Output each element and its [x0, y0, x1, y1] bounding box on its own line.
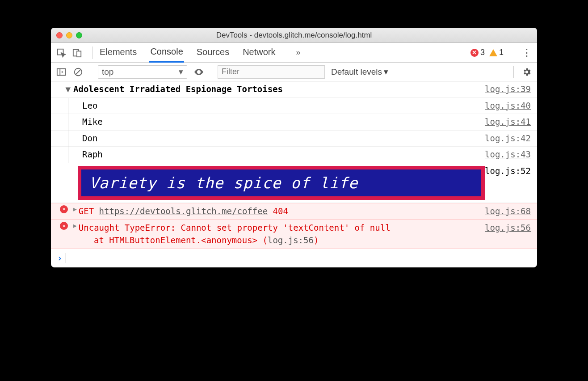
stack-suffix: ) [314, 235, 319, 245]
divider [92, 47, 92, 59]
source-link[interactable]: log.js:56 [480, 222, 531, 234]
error-icon: ✕ [60, 222, 68, 230]
http-status: 404 [273, 206, 288, 216]
warnings-count: 1 [499, 48, 504, 57]
source-link[interactable]: log.js:40 [480, 100, 531, 112]
console-log-row: Raph log.js:43 [51, 147, 537, 163]
stack-prefix: at HTMLButtonElement.<anonymous> ( [94, 235, 268, 245]
console-group-header[interactable]: ▼ Adolescent Irradiated Espionage Tortoi… [51, 81, 537, 98]
traffic-lights [51, 32, 82, 38]
chevron-down-icon: ▾ [179, 67, 183, 77]
context-selector[interactable]: top ▾ [98, 65, 187, 79]
divider [94, 66, 94, 78]
group-title: Adolescent Irradiated Espionage Tortoise… [73, 83, 480, 96]
errors-count: 3 [480, 48, 485, 57]
divider [510, 47, 510, 59]
chevron-down-icon: ▾ [384, 67, 388, 77]
devtools-tabbar: Elements Console Sources Network » ✕ 3 1… [51, 43, 537, 63]
sidebar-toggle-icon[interactable] [56, 67, 66, 77]
console-styled-row: Variety is the spice of life log.js:52 [51, 163, 537, 203]
console-log-row: Leo log.js:40 [51, 98, 537, 114]
chevron-right-icon[interactable]: ▶ [73, 205, 77, 214]
stack-link[interactable]: log.js:56 [268, 235, 314, 245]
console-prompt[interactable]: › [51, 249, 537, 267]
context-label: top [102, 67, 113, 77]
zoom-icon[interactable] [76, 32, 82, 38]
cursor [66, 253, 66, 263]
chevron-right-icon[interactable]: ▶ [73, 222, 77, 230]
console-log-row: Mike log.js:41 [51, 114, 537, 131]
console-log-row: Don log.js:42 [51, 131, 537, 147]
source-link[interactable]: log.js:43 [480, 148, 531, 161]
tab-sources[interactable]: Sources [196, 43, 230, 62]
console-error-row: ✕ ▶ GET https://devtools.glitch.me/coffe… [51, 203, 537, 220]
svg-line-6 [76, 69, 81, 74]
close-icon[interactable] [56, 32, 63, 38]
console-body: ▼ Adolescent Irradiated Espionage Tortoi… [51, 81, 537, 267]
chevron-down-icon: ▼ [66, 83, 71, 96]
console-toolbar: top ▾ Default levels ▾ [51, 63, 537, 81]
http-method: GET [79, 206, 94, 216]
gear-icon[interactable] [522, 67, 532, 77]
source-link[interactable]: log.js:68 [480, 205, 531, 218]
kebab-menu-icon[interactable]: ⋮ [522, 47, 532, 59]
tab-elements[interactable]: Elements [99, 43, 138, 62]
warning-icon [489, 49, 497, 56]
chevron-right-icon: › [57, 253, 62, 263]
log-text: Mike [82, 116, 480, 128]
styled-log-text: Variety is the spice of life [78, 166, 485, 200]
filter-input[interactable] [218, 65, 325, 79]
log-text: Leo [82, 100, 480, 112]
warnings-badge[interactable]: 1 [489, 48, 504, 57]
error-icon: ✕ [470, 49, 479, 57]
error-message: Uncaught TypeError: Cannot set property … [79, 222, 480, 234]
tab-network[interactable]: Network [242, 43, 276, 62]
log-levels-selector[interactable]: Default levels ▾ [331, 67, 388, 77]
window-title: DevTools - devtools.glitch.me/console/lo… [51, 31, 537, 40]
log-text: Raph [82, 148, 480, 161]
devtools-window: DevTools - devtools.glitch.me/console/lo… [51, 28, 537, 267]
minimize-icon[interactable] [66, 32, 72, 38]
clear-console-icon[interactable] [73, 67, 83, 77]
console-error-row: ✕ ▶ Uncaught TypeError: Cannot set prope… [51, 220, 537, 249]
levels-label: Default levels [331, 67, 382, 77]
source-link[interactable]: log.js:52 [485, 166, 531, 200]
source-link[interactable]: log.js:41 [480, 116, 531, 128]
error-icon: ✕ [60, 205, 68, 213]
panel-tabs: Elements Console Sources Network » [99, 43, 301, 63]
tab-console[interactable]: Console [149, 43, 184, 63]
errors-badge[interactable]: ✕ 3 [470, 48, 485, 57]
request-url[interactable]: https://devtools.glitch.me/coffee [99, 206, 268, 216]
inspect-element-icon[interactable] [56, 48, 66, 58]
more-tabs-button[interactable]: » [296, 48, 301, 57]
titlebar: DevTools - devtools.glitch.me/console/lo… [51, 28, 537, 43]
console-group-body: Leo log.js:40 Mike log.js:41 Don log.js:… [51, 98, 537, 163]
live-expression-icon[interactable] [193, 67, 204, 77]
source-link[interactable]: log.js:39 [480, 83, 531, 96]
svg-point-7 [198, 71, 200, 73]
divider [513, 66, 514, 78]
svg-rect-3 [57, 68, 65, 75]
device-toolbar-icon[interactable] [72, 48, 82, 58]
log-text: Don [82, 132, 480, 145]
source-link[interactable]: log.js:42 [480, 132, 531, 145]
svg-rect-2 [77, 51, 81, 57]
